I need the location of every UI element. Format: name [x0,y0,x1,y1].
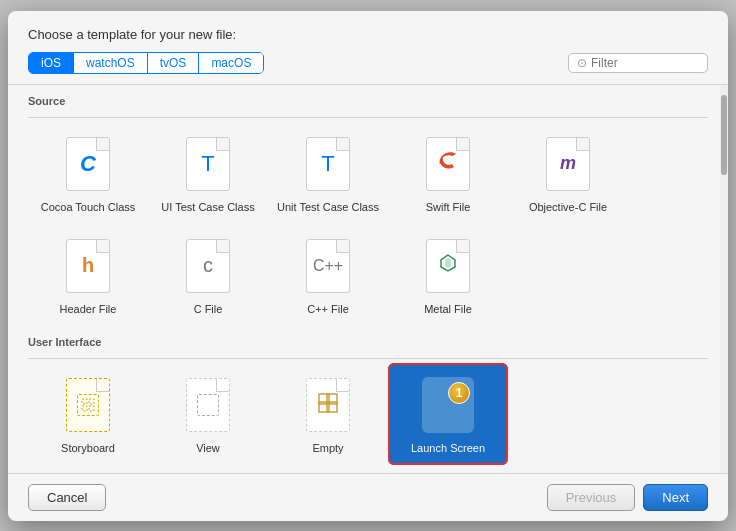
unit-test-icon: T [302,134,354,194]
cancel-button[interactable]: Cancel [28,484,106,511]
platform-tab-group: iOS watchOS tvOS macOS [28,52,264,74]
item-view[interactable]: View [148,363,268,465]
metal-label: Metal File [424,302,472,316]
ui-section-label: User Interface [28,326,708,354]
cocoa-icon-char: C [80,151,96,177]
footer-right: Previous Next [547,484,708,511]
ui-divider [28,358,708,359]
objc-icon: m [542,134,594,194]
ui-items-grid: Storyboard View [28,363,708,465]
swift-icon-char [437,150,459,178]
item-launch-screen[interactable]: 1 Launch Screen [388,363,508,465]
filter-input[interactable] [591,56,699,70]
swift-icon [422,134,474,194]
launch-badge: 1 [448,382,470,404]
cocoa-touch-icon: C [62,134,114,194]
tab-macos[interactable]: macOS [199,53,263,73]
empty-label: Empty [312,441,343,455]
cpp-icon: C++ [302,236,354,296]
filter-icon: ⊙ [577,56,587,70]
empty-icon-char [316,391,340,420]
svg-rect-3 [89,406,94,411]
item-cocoa-touch[interactable]: C Cocoa Touch Class [28,122,148,224]
tab-watchos[interactable]: watchOS [74,53,148,73]
header-icon-char: h [82,254,94,277]
item-empty[interactable]: Empty [268,363,388,465]
launch-inner: 1 [422,377,474,433]
launch-screen-icon: 1 [422,375,474,435]
metal-icon-char [438,253,458,278]
previous-button[interactable]: Previous [547,484,636,511]
source-items-grid: C Cocoa Touch Class T UI Test Case Class… [28,122,708,327]
empty-icon [302,375,354,435]
view-icon [182,375,234,435]
item-header[interactable]: h Header File [28,224,148,326]
objc-label: Objective-C File [529,200,607,214]
cocoa-touch-label: Cocoa Touch Class [41,200,136,214]
ui-test-icon-char: T [201,151,214,177]
storyboard-icon [62,375,114,435]
item-cpp-file[interactable]: C++ C++ File [268,224,388,326]
header-label: Header File [60,302,117,316]
filter-box[interactable]: ⊙ [568,53,708,73]
item-metal[interactable]: Metal File [388,224,508,326]
unit-test-label: Unit Test Case Class [277,200,379,214]
source-divider [28,117,708,118]
item-c-file[interactable]: c C File [148,224,268,326]
swift-label: Swift File [426,200,471,214]
item-ui-test[interactable]: T UI Test Case Class [148,122,268,224]
dialog-title: Choose a template for your new file: [28,27,708,42]
next-button[interactable]: Next [643,484,708,511]
item-swift[interactable]: Swift File [388,122,508,224]
storyboard-icon-inner [77,394,99,416]
metal-icon [422,236,474,296]
view-icon-inner [197,394,219,416]
c-file-icon: c [182,236,234,296]
dialog-footer: Cancel Previous Next [8,473,728,521]
scrollbar-track[interactable] [720,85,728,473]
dialog-header: Choose a template for your new file: iOS… [8,11,728,85]
item-unit-test[interactable]: T Unit Test Case Class [268,122,388,224]
new-file-dialog: Choose a template for your new file: iOS… [8,11,728,521]
tabs-row: iOS watchOS tvOS macOS ⊙ [28,52,708,74]
header-icon: h [62,236,114,296]
ui-test-icon: T [182,134,234,194]
objc-icon-char: m [560,153,576,174]
cpp-icon-char: C++ [313,257,343,275]
item-objc[interactable]: m Objective-C File [508,122,628,224]
item-storyboard[interactable]: Storyboard [28,363,148,465]
scrollbar-thumb[interactable] [721,95,727,175]
tab-ios[interactable]: iOS [29,53,74,73]
launch-screen-label: Launch Screen [411,441,485,455]
storyboard-label: Storyboard [61,441,115,455]
c-file-label: C File [194,302,223,316]
svg-rect-0 [82,399,87,404]
ui-test-label: UI Test Case Class [161,200,254,214]
c-file-icon-char: c [203,254,213,277]
tab-tvos[interactable]: tvOS [148,53,200,73]
unit-test-icon-char: T [321,151,334,177]
source-section-label: Source [28,85,708,113]
view-label: View [196,441,220,455]
cpp-label: C++ File [307,302,349,316]
svg-rect-2 [82,406,87,411]
svg-rect-1 [89,399,94,404]
dialog-body: Source C Cocoa Touch Class T UI Test Cas… [8,85,728,473]
